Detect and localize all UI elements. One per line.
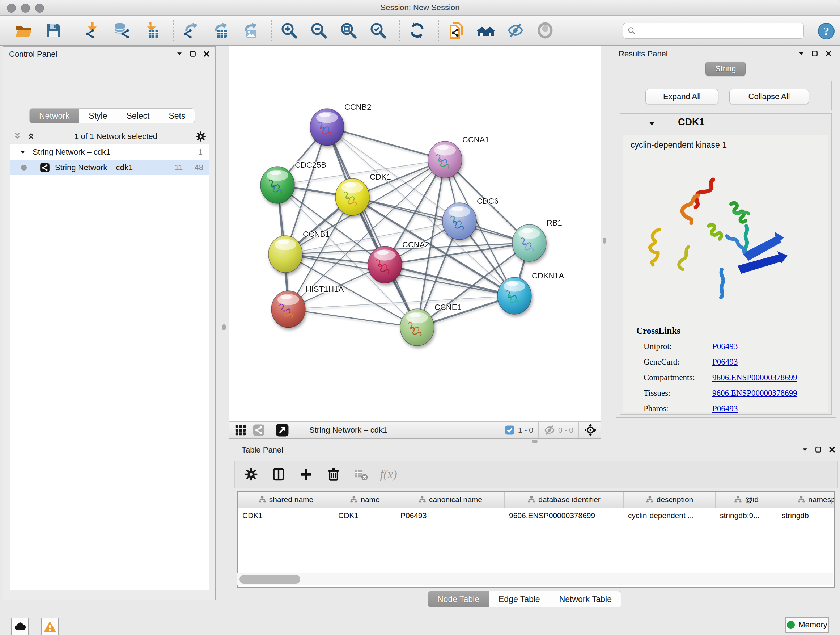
- tab-edge-table[interactable]: Edge Table: [489, 591, 550, 608]
- network-collection-row[interactable]: String Network – cdk1 1: [10, 144, 209, 160]
- network-canvas[interactable]: CCNB2CCNA1CDC25BCDK1CDC6RB1CCNB1CCNA2CDK…: [229, 46, 601, 421]
- node-CDC25B[interactable]: [261, 166, 294, 203]
- tab-network-table[interactable]: Network Table: [550, 591, 622, 608]
- open-session-button[interactable]: [14, 21, 33, 40]
- gear-button[interactable]: [243, 466, 259, 483]
- import-network-database-button[interactable]: [113, 21, 131, 40]
- table-cell[interactable]: 9606.ENSP00000378699: [505, 508, 624, 523]
- float-panel-icon[interactable]: [811, 50, 818, 57]
- network-row[interactable]: String Network – cdk1 11 48: [10, 160, 209, 175]
- import-table-button[interactable]: [142, 21, 161, 40]
- table-type-tabs: Node TableEdge TableNetwork Table: [428, 591, 622, 607]
- tab-node-table[interactable]: Node Table: [428, 591, 489, 608]
- warnings-button[interactable]: [41, 618, 59, 635]
- node-CDC6[interactable]: [442, 203, 477, 240]
- save-session-button[interactable]: [44, 21, 62, 40]
- column-header-description[interactable]: description: [624, 492, 715, 508]
- collapse-panel-icon[interactable]: [798, 50, 805, 57]
- search-input[interactable]: [639, 26, 804, 35]
- export-view-icon[interactable]: [275, 423, 289, 437]
- zoom-fit-button[interactable]: [339, 21, 357, 40]
- crosslink-link[interactable]: P06493: [712, 404, 737, 413]
- tab-select[interactable]: Select: [117, 108, 159, 124]
- zoom-in-button[interactable]: [280, 21, 298, 40]
- split-column-button[interactable]: [270, 466, 287, 483]
- table-cell[interactable]: CDK1: [334, 508, 396, 523]
- edge-CDK1-RB1[interactable]: [352, 197, 529, 243]
- selected-checkbox-icon[interactable]: [504, 424, 515, 435]
- node-CCNB2[interactable]: [310, 109, 344, 146]
- node-CDK1[interactable]: [335, 179, 369, 215]
- view-string-icon[interactable]: [253, 424, 265, 436]
- table-cell[interactable]: stringdb: [777, 508, 835, 523]
- node-CDKN1A[interactable]: [497, 277, 531, 314]
- network-graph[interactable]: CCNB2CCNA1CDC25BCDK1CDC6RB1CCNB1CCNA2CDK…: [229, 46, 601, 421]
- table-cell[interactable]: P06493: [396, 508, 505, 523]
- column-header-name[interactable]: name: [334, 492, 396, 508]
- node-CCNA1[interactable]: [428, 141, 462, 178]
- control-panel-tabs: NetworkStyleSelectSets: [29, 108, 195, 123]
- tab-network[interactable]: Network: [29, 108, 79, 124]
- float-panel-icon[interactable]: [189, 50, 196, 57]
- crosslink-link[interactable]: P06493: [712, 357, 737, 367]
- help-button[interactable]: ?: [818, 22, 835, 40]
- network-label: String Network – cdk1: [55, 163, 133, 172]
- table-cell[interactable]: cyclin-dependent ...: [624, 508, 715, 523]
- memory-button[interactable]: Memory: [785, 617, 829, 633]
- close-panel-icon[interactable]: [825, 50, 832, 57]
- trash-button[interactable]: [325, 466, 342, 483]
- left-splitter-handle[interactable]: [222, 325, 226, 330]
- import-network-file-button[interactable]: [83, 21, 101, 40]
- right-splitter-handle[interactable]: [603, 238, 606, 244]
- node-RB1[interactable]: [512, 225, 546, 261]
- close-panel-icon[interactable]: [829, 446, 836, 453]
- collapse-panel-icon[interactable]: [176, 51, 183, 57]
- network-options-gear-icon[interactable]: [195, 131, 207, 142]
- column-header-canonical-name[interactable]: canonical name: [396, 492, 505, 508]
- zoom-out-button[interactable]: [309, 21, 328, 40]
- table-cell[interactable]: stringdb:9...: [715, 508, 777, 523]
- refresh-layout-button[interactable]: [408, 21, 426, 40]
- expand-all-networks-icon[interactable]: [27, 132, 36, 141]
- table-hscrollbar-thumb[interactable]: [240, 575, 300, 584]
- expand-all-button[interactable]: Expand All: [645, 89, 718, 104]
- node-CCNE1[interactable]: [400, 309, 434, 346]
- table-row[interactable]: CDK1CDK1P064939606.ENSP00000378699cyclin…: [238, 508, 834, 523]
- float-panel-icon[interactable]: [815, 446, 822, 453]
- crosslink-link[interactable]: 9606.ENSP00000378699: [712, 388, 797, 398]
- export-image-button[interactable]: [241, 21, 259, 40]
- cloud-status-button[interactable]: [11, 618, 29, 635]
- export-network-button[interactable]: [182, 21, 200, 40]
- collapse-panel-icon[interactable]: [802, 447, 808, 453]
- node-CCNB1[interactable]: [268, 236, 302, 272]
- home-button[interactable]: [477, 21, 495, 40]
- collapse-all-button[interactable]: Collapse All: [729, 89, 809, 104]
- column-header-database-identifier[interactable]: database identifier: [505, 492, 624, 508]
- zoom-selected-icon: [369, 22, 387, 39]
- table-cell[interactable]: CDK1: [238, 508, 334, 523]
- close-panel-icon[interactable]: [203, 50, 210, 57]
- show-all-button[interactable]: [536, 21, 554, 40]
- add-button[interactable]: [298, 466, 314, 483]
- birdseye-crosshair-icon[interactable]: [584, 424, 597, 437]
- results-tab-string[interactable]: String: [706, 62, 745, 76]
- column-header-namespace[interactable]: namespace: [777, 492, 835, 508]
- column-header-shared-name[interactable]: shared name: [238, 492, 334, 508]
- crosslink-link[interactable]: P06493: [712, 342, 737, 351]
- share-gray-icon: [253, 424, 265, 436]
- column-header--id[interactable]: @id: [715, 492, 777, 508]
- hide-selected-button[interactable]: [507, 21, 524, 40]
- node-CCNA2[interactable]: [368, 246, 402, 283]
- node-HIST1H1A[interactable]: [271, 291, 305, 328]
- edge-CCNE1-HIST1H1A[interactable]: [288, 309, 417, 327]
- collection-expand-caret-icon[interactable]: [19, 149, 26, 155]
- export-table-button[interactable]: [211, 21, 229, 40]
- tab-style[interactable]: Style: [79, 108, 117, 124]
- tab-sets[interactable]: Sets: [159, 108, 195, 124]
- string-import-button[interactable]: [447, 21, 465, 40]
- collapse-all-networks-icon[interactable]: [13, 132, 23, 141]
- zoom-selected-button[interactable]: [369, 21, 387, 40]
- gene-expand-caret-icon[interactable]: [648, 120, 655, 127]
- view-grid-icon[interactable]: [234, 424, 247, 436]
- crosslink-link[interactable]: 9606.ENSP00000378699: [712, 373, 797, 382]
